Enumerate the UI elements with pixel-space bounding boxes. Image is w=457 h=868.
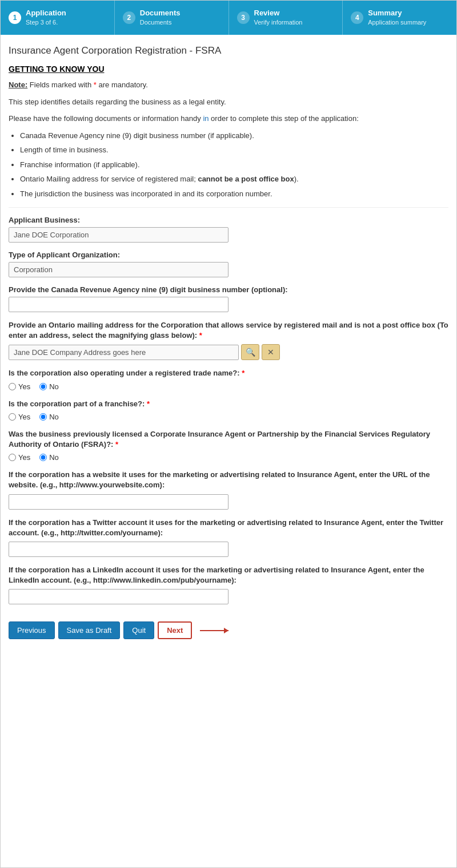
twitter-field: If the corporation has a Twitter account… xyxy=(9,518,448,557)
step-1-subtitle: Step 3 of 6. xyxy=(26,18,66,26)
type-of-org-label: Type of Applicant Organization: xyxy=(9,251,448,259)
q1-yes-radio[interactable] xyxy=(9,383,16,390)
step-3-title: Review xyxy=(254,9,303,18)
page-title: Insurance Agent Corporation Registration… xyxy=(9,45,448,56)
previous-button[interactable]: Previous xyxy=(9,621,55,639)
q2-no-label: No xyxy=(49,413,59,421)
step-3-number: 3 xyxy=(237,11,250,24)
q1-no-radio[interactable] xyxy=(39,383,47,390)
step-2-title: Documents xyxy=(140,9,181,18)
q1-radio-group: Yes No xyxy=(9,382,448,391)
q1-yes-label: Yes xyxy=(18,382,30,391)
q1-no-label: No xyxy=(49,382,59,391)
step-2-documents[interactable]: 2 Documents Documents xyxy=(115,1,229,35)
website-input[interactable] xyxy=(9,494,228,510)
next-arrow-indicator xyxy=(200,630,228,631)
q3-radio-group: Yes No xyxy=(9,453,448,462)
quit-button[interactable]: Quit xyxy=(123,621,154,639)
website-label: If the corporation has a website it uses… xyxy=(9,470,448,490)
address-label-text: Provide an Ontario mailing address for t… xyxy=(9,321,448,340)
q3-no-label: No xyxy=(49,453,59,462)
bottom-buttons: Previous Save as Draft Quit Next xyxy=(9,616,448,639)
desc2-text: Please have the following documents or i… xyxy=(9,114,203,123)
list-item: Canada Revenue Agency nine (9) digit bus… xyxy=(20,130,448,142)
address-input-row: 🔍 ✕ xyxy=(9,344,280,360)
q3-yes-radio[interactable] xyxy=(9,454,16,461)
step-4-number: 4 xyxy=(351,11,363,24)
q2-label: Is the corporation part of a franchise?:… xyxy=(9,399,448,409)
step-3-review[interactable]: 3 Review Verify information xyxy=(229,1,343,35)
linkedin-field: If the corporation has a LinkedIn accoun… xyxy=(9,565,448,604)
linkedin-label: If the corporation has a LinkedIn accoun… xyxy=(9,565,448,586)
address-field: Provide an Ontario mailing address for t… xyxy=(9,320,448,360)
step-1-application[interactable]: 1 Application Step 3 of 6. xyxy=(1,1,115,35)
list-item-faded: The jurisdiction the business was incorp… xyxy=(20,188,448,200)
step-4-title: Summary xyxy=(368,9,426,18)
q1-no-option[interactable]: No xyxy=(39,382,59,391)
search-icon: 🔍 xyxy=(246,348,255,357)
step-1-number: 1 xyxy=(9,11,21,24)
next-button[interactable]: Next xyxy=(158,621,192,639)
linkedin-input[interactable] xyxy=(9,589,228,604)
q2-star: * xyxy=(147,399,150,408)
q2-yes-option[interactable]: Yes xyxy=(9,413,30,421)
q2-yes-radio[interactable] xyxy=(9,413,16,421)
twitter-input[interactable] xyxy=(9,542,228,557)
previously-licensed-question: Was the business previously licensed a C… xyxy=(9,429,448,462)
q3-yes-label: Yes xyxy=(18,453,30,462)
list-item: Length of time in business. xyxy=(20,144,448,156)
address-search-button[interactable]: 🔍 xyxy=(241,344,259,360)
q3-label: Was the business previously licensed a C… xyxy=(9,429,448,450)
trade-name-question: Is the corporation also operating under … xyxy=(9,368,448,390)
q2-no-option[interactable]: No xyxy=(39,413,59,421)
step-3-text: Review Verify information xyxy=(254,9,303,26)
applicant-business-field: Applicant Business: xyxy=(9,216,448,243)
step-2-number: 2 xyxy=(123,11,135,24)
address-clear-button[interactable]: ✕ xyxy=(262,344,280,360)
franchise-question: Is the corporation part of a franchise?:… xyxy=(9,399,448,421)
desc2: Please have the following documents or i… xyxy=(9,113,448,124)
q3-yes-option[interactable]: Yes xyxy=(9,453,30,462)
q1-star: * xyxy=(242,369,244,377)
step-4-subtitle: Application summary xyxy=(368,18,426,26)
type-of-org-input[interactable] xyxy=(9,262,228,277)
save-as-draft-button[interactable]: Save as Draft xyxy=(58,621,121,639)
step-4-summary[interactable]: 4 Summary Application summary xyxy=(343,1,456,35)
address-label: Provide an Ontario mailing address for t… xyxy=(9,320,448,341)
twitter-label: If the corporation has a Twitter account… xyxy=(9,518,448,538)
section-heading: GETTING TO KNOW YOU xyxy=(9,64,448,74)
crn-field: Provide the Canada Revenue Agency nine (… xyxy=(9,285,448,312)
step-2-subtitle: Documents xyxy=(140,18,181,26)
desc2-end: order to complete this step of the appli… xyxy=(209,114,359,123)
applicant-business-label: Applicant Business: xyxy=(9,216,448,224)
website-field: If the corporation has a website it uses… xyxy=(9,470,448,509)
list-item: Franchise information (if applicable). xyxy=(20,159,448,171)
q3-no-option[interactable]: No xyxy=(39,453,59,462)
q3-no-radio[interactable] xyxy=(39,454,47,461)
q1-label: Is the corporation also operating under … xyxy=(9,368,448,378)
step-3-subtitle: Verify information xyxy=(254,18,303,26)
divider xyxy=(9,207,448,208)
desc2-in: in xyxy=(203,114,209,123)
main-content: Insurance Agent Corporation Registration… xyxy=(1,35,456,651)
q1-yes-option[interactable]: Yes xyxy=(9,382,30,391)
q3-star: * xyxy=(115,440,118,449)
step-4-text: Summary Application summary xyxy=(368,9,426,26)
applicant-business-input[interactable] xyxy=(9,227,228,243)
close-icon: ✕ xyxy=(267,348,274,357)
q2-radio-group: Yes No xyxy=(9,413,448,421)
step-1-text: Application Step 3 of 6. xyxy=(26,9,66,26)
type-of-org-field: Type of Applicant Organization: xyxy=(9,251,448,277)
crn-label: Provide the Canada Revenue Agency nine (… xyxy=(9,285,448,294)
progress-bar: 1 Application Step 3 of 6. 2 Documents D… xyxy=(1,1,456,35)
address-input[interactable] xyxy=(9,345,239,360)
address-star: * xyxy=(199,331,202,340)
crn-input[interactable] xyxy=(9,297,228,312)
note-paragraph: Note: Fields marked with * are mandatory… xyxy=(9,79,448,91)
note-label: Note: xyxy=(9,80,27,89)
step-2-text: Documents Documents xyxy=(140,9,181,26)
step-1-title: Application xyxy=(26,9,66,18)
note-end: are mandatory. xyxy=(97,80,148,89)
q2-no-radio[interactable] xyxy=(39,413,47,421)
list-item: Ontario Mailing address for service of r… xyxy=(20,173,448,185)
